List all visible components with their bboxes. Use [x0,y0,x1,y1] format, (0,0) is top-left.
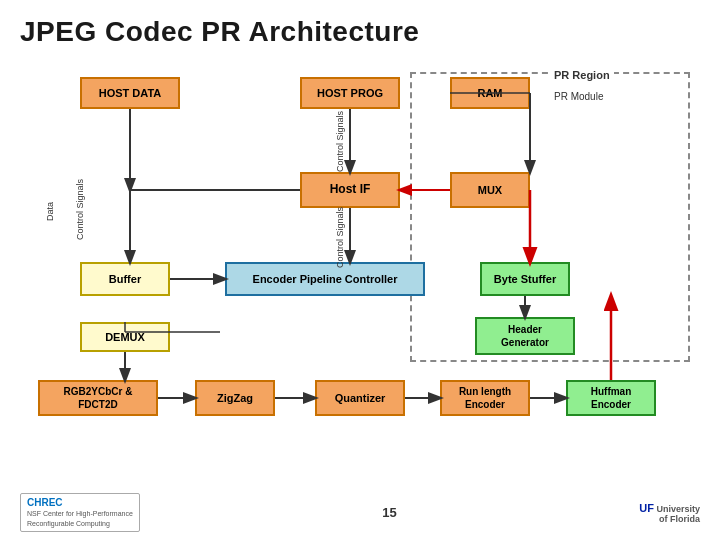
pr-module-label: PR Module [550,90,607,103]
pr-region-label: PR Region [550,68,614,82]
host-data-box: HOST DATA [80,77,180,109]
diagram: PR Region PR Module HOST DATA HOST PROG … [20,62,700,452]
mux-box: MUX [450,172,530,208]
logo-area: CHREC NSF Center for High-PerformanceRec… [20,493,140,532]
uf-logo: UF Universityof Florida [639,502,700,524]
header-generator-box: Header Generator [475,317,575,355]
buffer-box: Buffer [80,262,170,296]
slide: JPEG Codec PR Architecture PR Region PR … [0,0,720,540]
data-label: Data [40,172,60,252]
encoder-pipeline-box: Encoder Pipeline Controller [225,262,425,296]
ram-box: RAM [450,77,530,109]
host-if-box: Host IF [300,172,400,208]
quantizer-box: Quantizer [315,380,405,416]
control-signals-1-label: Control Signals [70,170,90,250]
host-prog-box: HOST PROG [300,77,400,109]
demux-box: DEMUX [80,322,170,352]
huffman-box: Huffman Encoder [566,380,656,416]
byte-stuffer-box: Byte Stuffer [480,262,570,296]
chrec-logo: CHREC NSF Center for High-PerformanceRec… [20,493,140,532]
zigzag-box: ZigZag [195,380,275,416]
control-signals-3-label: Control Signals [330,210,350,265]
control-signals-2-label: Control Signals [330,112,350,172]
rgb2ycbcr-box: RGB2YCbCr & FDCT2D [38,380,158,416]
slide-title: JPEG Codec PR Architecture [20,16,700,48]
run-length-box: Run length Encoder [440,380,530,416]
page-number: 15 [382,505,396,520]
bottom-bar: CHREC NSF Center for High-PerformanceRec… [20,493,700,532]
